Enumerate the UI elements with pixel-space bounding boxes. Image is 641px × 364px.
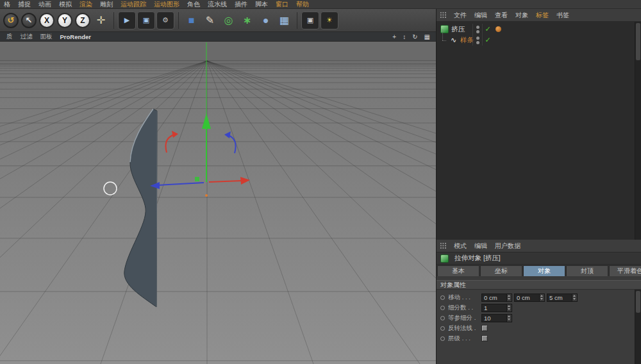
stepper-down-icon[interactable]: [507, 318, 512, 322]
tab-坐标[interactable]: 坐标: [480, 265, 522, 276]
tab-对象[interactable]: 对象: [523, 265, 565, 276]
menu-item-插件[interactable]: 插件: [231, 0, 251, 9]
stepper-down-icon[interactable]: [572, 297, 577, 301]
om-menu-查看[interactable]: 查看: [491, 11, 512, 20]
value-field[interactable]: 0 cm: [481, 294, 512, 302]
object-label[interactable]: 样条: [460, 36, 474, 45]
render-visibility-dot[interactable]: [476, 41, 479, 44]
coordinate-system-icon[interactable]: ✛: [92, 12, 110, 29]
value-field[interactable]: 0 cm: [514, 294, 545, 302]
menu-item-角色[interactable]: 角色: [183, 0, 204, 9]
cursor-circle: [104, 182, 117, 195]
lock-y-button[interactable]: Y: [57, 13, 72, 28]
editor-visibility-dot[interactable]: [476, 26, 479, 29]
viewport-menu-面板[interactable]: 面板: [37, 33, 56, 41]
om-menu-编辑[interactable]: 编辑: [470, 11, 491, 20]
object-tree: 挤压✓∿样条✓: [437, 22, 641, 240]
phong-tag-icon[interactable]: [495, 26, 501, 32]
keyframe-circle-icon[interactable]: [440, 336, 445, 341]
menu-item-帮助[interactable]: 帮助: [292, 0, 313, 9]
camera-icon[interactable]: ▣: [301, 12, 319, 29]
array-icon[interactable]: ▦: [276, 12, 293, 29]
keyframe-circle-icon[interactable]: [440, 326, 445, 331]
light-icon[interactable]: ☀: [320, 12, 338, 29]
tab-平滑着色[interactable]: 平滑着色: [609, 265, 641, 276]
viewport-menu-过滤[interactable]: 过滤: [17, 33, 37, 41]
object-row-挤压[interactable]: 挤压✓: [437, 24, 641, 35]
pen-spline-icon[interactable]: ✎: [201, 12, 219, 29]
object-label[interactable]: 挤压: [451, 25, 465, 34]
attribute-scrollbar[interactable]: [635, 290, 641, 364]
stepper-down-icon[interactable]: [507, 308, 512, 311]
checkbox[interactable]: [481, 335, 488, 342]
render-visibility-dot[interactable]: [476, 30, 479, 33]
menu-item-渲染[interactable]: 渲染: [76, 0, 96, 9]
stepper-down-icon[interactable]: [540, 297, 544, 301]
viewport-menu-prorender[interactable]: ProRender: [56, 33, 96, 40]
lock-x-button[interactable]: X: [39, 13, 54, 28]
editor-visibility-dot[interactable]: [476, 37, 479, 40]
render-view-icon[interactable]: ▶: [118, 12, 136, 29]
render-picture-viewer-icon[interactable]: ▣: [137, 12, 155, 29]
panel-grip-icon[interactable]: [440, 12, 447, 19]
menu-item-动画[interactable]: 动画: [35, 0, 55, 9]
menu-item-雕刻[interactable]: 雕刻: [96, 0, 117, 9]
scrollbar-thumb[interactable]: [636, 291, 640, 313]
value-field[interactable]: 1: [481, 304, 512, 312]
attribute-row: 移动 . . .0 cm0 cm5 cm: [437, 292, 641, 302]
enable-check-icon[interactable]: ✓: [483, 36, 493, 44]
stepper-control[interactable]: [572, 294, 577, 301]
om-menu-对象[interactable]: 对象: [512, 11, 532, 20]
menu-item-捕捉[interactable]: 捕捉: [14, 0, 35, 9]
viewport-canvas[interactable]: [0, 42, 436, 364]
keyframe-circle-icon[interactable]: [440, 295, 445, 300]
am-menu-模式[interactable]: 模式: [450, 242, 470, 251]
maximize-icon[interactable]: ▦: [421, 33, 433, 40]
stepper-down-icon[interactable]: [507, 297, 512, 301]
lock-z-button[interactable]: Z: [75, 13, 90, 28]
stepper-control[interactable]: [506, 304, 512, 311]
subdivision-surface-icon[interactable]: ◎: [220, 12, 237, 29]
value-field[interactable]: 5 cm: [547, 294, 578, 302]
viewport-column: ↺↖XYZ✛▶▣⚙■✎◎∗●▦▣☀ 质过滤面板ProRender +↕↻▦: [0, 9, 436, 364]
menu-item-运动跟踪[interactable]: 运动跟踪: [117, 0, 150, 9]
value-field[interactable]: 10: [481, 314, 512, 322]
viewport-menu-质[interactable]: 质: [3, 33, 17, 41]
menu-item-脚本[interactable]: 脚本: [251, 0, 272, 9]
volume-icon[interactable]: ●: [257, 12, 274, 29]
rotate-icon[interactable]: ↻: [409, 33, 420, 40]
om-menu-标签[interactable]: 标签: [532, 11, 553, 20]
tab-封顶[interactable]: 封顶: [566, 265, 608, 276]
object-tree-scrollbar[interactable]: [635, 22, 641, 240]
mograph-icon[interactable]: ∗: [238, 12, 256, 29]
om-menu-书签[interactable]: 书签: [553, 11, 573, 20]
menu-item-运动图形[interactable]: 运动图形: [150, 0, 183, 9]
toolbar-separator: [297, 12, 297, 29]
keyframe-circle-icon[interactable]: [440, 306, 445, 310]
stepper-control[interactable]: [539, 294, 544, 301]
undo-icon[interactable]: ↺: [3, 13, 19, 28]
pan-icon[interactable]: +: [389, 33, 399, 40]
am-menu-用户数据[interactable]: 用户数据: [491, 242, 524, 251]
visibility-toggles[interactable]: [472, 35, 483, 46]
menu-item-模拟[interactable]: 模拟: [55, 0, 76, 9]
am-menu-编辑[interactable]: 编辑: [470, 242, 491, 251]
live-selection-icon[interactable]: ↖: [21, 13, 37, 28]
stepper-control[interactable]: [506, 294, 512, 301]
enable-check-icon[interactable]: ✓: [483, 25, 493, 33]
cube-primitive-icon[interactable]: ■: [183, 12, 200, 29]
menu-item-流水线[interactable]: 流水线: [204, 0, 231, 9]
menu-item-窗口[interactable]: 窗口: [272, 0, 292, 9]
visibility-toggles[interactable]: [472, 24, 483, 35]
keyframe-circle-icon[interactable]: [440, 316, 445, 320]
menu-item-格[interactable]: 格: [0, 0, 14, 9]
object-row-样条[interactable]: ∿样条✓: [437, 35, 641, 46]
stepper-control[interactable]: [506, 315, 512, 322]
zoom-icon[interactable]: ↕: [399, 33, 409, 40]
grid-line: [0, 61, 207, 364]
om-menu-文件[interactable]: 文件: [450, 11, 470, 20]
render-settings-icon[interactable]: ⚙: [156, 12, 174, 29]
checkbox[interactable]: [481, 325, 488, 331]
panel-grip-icon[interactable]: [440, 242, 447, 249]
tab-基本[interactable]: 基本: [437, 265, 479, 276]
